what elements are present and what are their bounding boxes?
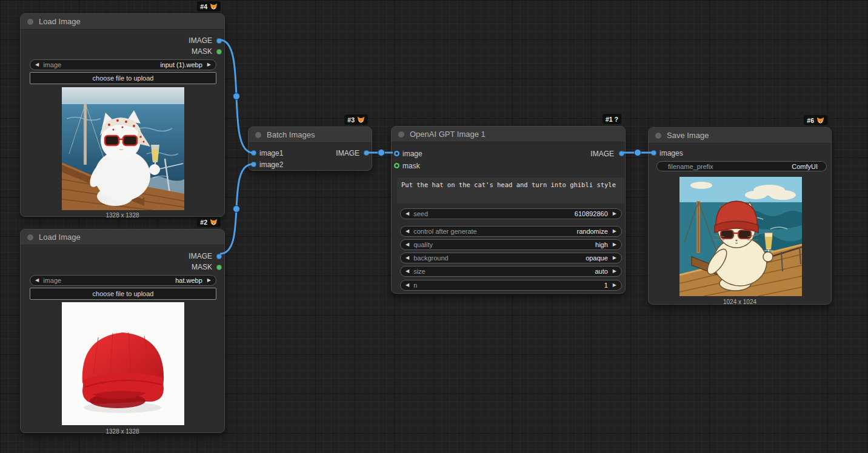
output-label-mask: MASK <box>192 47 212 57</box>
node-title: Load Image <box>39 17 81 26</box>
input-label-image2: image2 <box>259 160 283 170</box>
control-after-generate-widget[interactable]: ◀ control after generate randomize ▶ <box>400 226 622 237</box>
n-widget[interactable]: ◀ n 1 ▶ <box>400 280 622 291</box>
fox-icon <box>210 2 218 10</box>
combo-left-arrow-icon[interactable]: ◀ <box>406 211 409 216</box>
image-dimensions-label: 1024 x 1024 <box>649 299 831 305</box>
choose-file-button[interactable]: choose file to upload <box>30 72 216 84</box>
node-badge: #1 ? <box>603 114 621 124</box>
widget-label: seed <box>413 210 428 217</box>
node-header[interactable]: Load Image <box>21 14 224 30</box>
link-midpoint-dot[interactable] <box>635 150 641 156</box>
combo-left-arrow-icon[interactable]: ◀ <box>35 62 39 67</box>
badge-text: #1 ? <box>606 116 618 123</box>
node-badge: #4 <box>197 1 221 12</box>
node-badge: #2 <box>197 217 221 227</box>
image-dimensions-label: 1328 x 1328 <box>21 428 224 435</box>
input-port-image1[interactable] <box>251 150 256 156</box>
node-batch-images[interactable]: #3 Batch Images image1 image2 IMAGE <box>248 127 372 171</box>
collapse-dot-icon[interactable] <box>655 133 661 139</box>
badge-text: #3 <box>347 116 355 124</box>
image-combo-widget[interactable]: ◀ image hat.webp ▶ <box>30 275 216 286</box>
input-port-image2[interactable] <box>251 162 256 167</box>
choose-file-button[interactable]: choose file to upload <box>30 288 216 300</box>
node-header[interactable]: Batch Images <box>249 127 372 143</box>
link-midpoint-dot[interactable] <box>233 93 240 100</box>
output-port-image[interactable] <box>216 254 222 259</box>
background-widget[interactable]: ◀ background opaque ▶ <box>400 253 622 263</box>
cat-boat-photo <box>62 87 184 210</box>
node-openai-gpt-image-1[interactable]: #1 ? OpenAI GPT Image 1 image mask IMAGE… <box>391 126 626 294</box>
fox-icon <box>816 116 824 124</box>
output-port-image[interactable] <box>216 38 222 44</box>
node-title: Load Image <box>39 233 81 242</box>
output-port-mask[interactable] <box>216 265 222 270</box>
node-load-image-1[interactable]: #4 Load Image IMAGE MASK ◀ image input (… <box>20 13 225 217</box>
input-port-images[interactable] <box>651 150 656 156</box>
badge-text: #6 <box>807 117 814 124</box>
combo-left-arrow-icon[interactable]: ◀ <box>406 256 409 260</box>
quality-widget[interactable]: ◀ quality high ▶ <box>400 239 622 250</box>
widget-value: 1 <box>604 282 608 289</box>
ghibli-cat-image <box>679 177 802 296</box>
badge-text: #4 <box>200 3 207 10</box>
fox-icon <box>210 218 218 226</box>
output-port-image[interactable] <box>364 150 369 156</box>
node-badge: #6 <box>804 115 827 125</box>
seed-widget[interactable]: ◀ seed 610892860 ▶ <box>400 208 622 219</box>
input-port-image[interactable] <box>394 151 399 156</box>
node-header[interactable]: Save Image <box>649 128 831 144</box>
collapse-dot-icon[interactable] <box>255 132 261 138</box>
node-load-image-2[interactable]: #2 Load Image IMAGE MASK ◀ image hat.web… <box>20 229 225 433</box>
widget-value: randomize <box>576 228 607 235</box>
node-header[interactable]: Load Image <box>21 230 224 245</box>
node-header[interactable]: OpenAI GPT Image 1 <box>392 127 625 142</box>
combo-right-arrow-icon[interactable]: ▶ <box>613 229 616 234</box>
input-port-mask[interactable] <box>394 163 399 168</box>
combo-right-arrow-icon[interactable]: ▶ <box>613 211 616 216</box>
image-combo-widget[interactable]: ◀ image input (1).webp ▶ <box>30 59 216 70</box>
combo-right-arrow-icon[interactable]: ▶ <box>207 62 211 67</box>
node-title: Save Image <box>667 131 709 140</box>
output-label-image: IMAGE <box>336 148 359 159</box>
cat-boat-photo-preview <box>62 87 184 210</box>
combo-right-arrow-icon[interactable]: ▶ <box>613 256 616 260</box>
node-save-image[interactable]: #6 Save Image images filename_prefix Com… <box>648 127 832 305</box>
input-label-image: image <box>402 149 422 159</box>
combo-right-arrow-icon[interactable]: ▶ <box>613 283 616 288</box>
output-port-mask[interactable] <box>216 49 222 55</box>
widget-label: filename_prefix <box>668 163 713 170</box>
combo-left-arrow-icon[interactable]: ◀ <box>406 242 409 247</box>
collapse-dot-icon[interactable] <box>398 131 404 137</box>
widget-label: background <box>413 254 449 262</box>
red-hat-photo <box>62 302 184 425</box>
prompt-textarea[interactable]: Put the hat on the cat's head and turn i… <box>397 177 624 203</box>
input-label-images: images <box>659 148 683 159</box>
combo-left-arrow-icon[interactable]: ◀ <box>406 269 409 274</box>
collapse-dot-icon[interactable] <box>27 19 33 25</box>
size-widget[interactable]: ◀ size auto ▶ <box>400 266 622 277</box>
widget-value: 610892860 <box>575 210 608 217</box>
link-midpoint-dot[interactable] <box>233 206 240 213</box>
badge-text: #2 <box>200 219 207 226</box>
link-midpoint-dot[interactable] <box>378 150 385 156</box>
link-load2-image-to-batch-image2[interactable] <box>220 164 253 254</box>
widget-value: opaque <box>586 254 608 262</box>
combo-right-arrow-icon[interactable]: ▶ <box>613 269 616 274</box>
node-badge: #3 <box>344 114 368 125</box>
combo-left-arrow-icon[interactable]: ◀ <box>35 278 39 283</box>
widget-label: size <box>413 268 426 275</box>
comfyui-node-graph-canvas[interactable]: { "ui": { "arrow_left": "◀", "arrow_righ… <box>0 0 868 453</box>
combo-right-arrow-icon[interactable]: ▶ <box>207 278 211 283</box>
combo-left-arrow-icon[interactable]: ◀ <box>406 229 409 234</box>
node-title: OpenAI GPT Image 1 <box>410 130 486 139</box>
widget-label: image <box>43 61 61 68</box>
output-port-image[interactable] <box>619 151 624 156</box>
output-label-image: IMAGE <box>189 36 212 46</box>
output-label-mask: MASK <box>192 262 212 273</box>
combo-left-arrow-icon[interactable]: ◀ <box>406 283 409 288</box>
collapse-dot-icon[interactable] <box>27 234 33 240</box>
filename-prefix-widget[interactable]: filename_prefix ComfyUI <box>656 161 827 171</box>
widget-label: quality <box>413 241 433 248</box>
combo-right-arrow-icon[interactable]: ▶ <box>613 242 616 247</box>
